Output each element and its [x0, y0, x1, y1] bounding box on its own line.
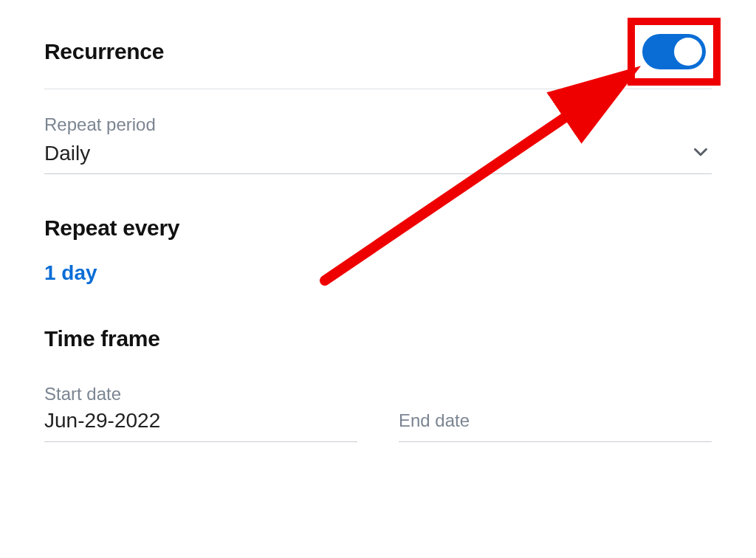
recurrence-header-row: Recurrence [44, 28, 712, 89]
toggle-knob [674, 38, 702, 66]
repeat-period-field[interactable]: Repeat period Daily [44, 114, 712, 174]
repeat-period-label: Repeat period [44, 114, 712, 135]
repeat-period-value: Daily [44, 142, 90, 165]
recurrence-toggle[interactable] [642, 34, 706, 69]
chevron-down-icon [690, 141, 712, 166]
start-date-value: Jun-29-2022 [44, 409, 357, 434]
svg-line-1 [325, 78, 624, 280]
recurrence-title: Recurrence [44, 39, 164, 64]
time-frame-title: Time frame [44, 326, 712, 351]
time-frame-row: Start date Jun-29-2022 End date [44, 384, 712, 442]
recurrence-toggle-wrap [636, 28, 712, 75]
end-date-field[interactable]: End date [399, 384, 712, 442]
start-date-field[interactable]: Start date Jun-29-2022 [44, 384, 357, 442]
start-date-label: Start date [44, 384, 357, 404]
repeat-interval-link[interactable]: 1 day [44, 261, 97, 285]
repeat-every-title: Repeat every [44, 216, 712, 241]
end-date-label: End date [399, 410, 470, 431]
